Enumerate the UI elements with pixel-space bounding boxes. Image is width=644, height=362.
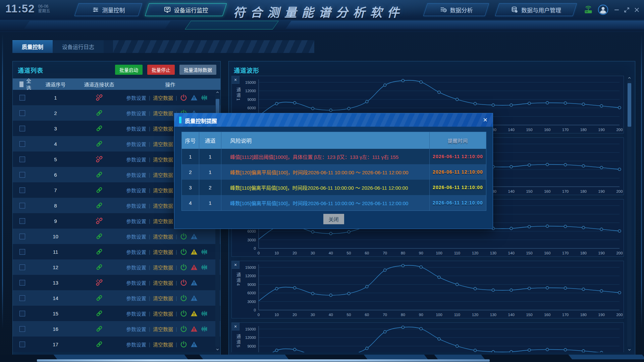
tab-质量控制[interactable]: 质量控制	[12, 40, 53, 53]
row-checkbox[interactable]	[19, 95, 25, 101]
clear-data-link[interactable]: 清空数据	[153, 295, 173, 302]
row-checkbox[interactable]	[19, 172, 25, 178]
param-settings-link[interactable]: 参数设置	[126, 140, 146, 147]
batch-button-批量清除数据[interactable]: 批量清除数据	[179, 65, 216, 75]
row-checkbox[interactable]	[19, 295, 25, 301]
row-checkbox[interactable]	[19, 311, 25, 316]
clear-data-link[interactable]: 清空数据	[153, 140, 173, 147]
clear-data-link[interactable]: 清空数据	[153, 156, 173, 163]
dialog-close-button[interactable]: 关闭	[323, 214, 344, 224]
clear-data-link[interactable]: 清空数据	[153, 310, 173, 317]
warning-icon[interactable]	[190, 310, 198, 317]
row-checkbox[interactable]	[19, 326, 25, 332]
power-icon[interactable]	[180, 310, 187, 317]
waveform-icon[interactable]	[201, 325, 208, 333]
waveform-icon[interactable]	[201, 310, 208, 317]
channel-number: 6	[33, 172, 78, 178]
minimize-button[interactable]	[613, 7, 620, 13]
nav-button-测量控制[interactable]: 测量控制	[74, 3, 142, 16]
clear-data-link[interactable]: 清空数据	[153, 218, 173, 225]
user-avatar[interactable]	[598, 4, 608, 15]
clear-data-link[interactable]: 清空数据	[153, 202, 173, 209]
nav-button-设备运行监控[interactable]: 设备运行监控	[145, 3, 227, 16]
row-checkbox[interactable]	[19, 126, 25, 131]
param-settings-link[interactable]: 参数设置	[126, 341, 146, 348]
param-settings-link[interactable]: 参数设置	[126, 264, 146, 271]
scroll-up-icon[interactable]	[215, 90, 220, 95]
row-checkbox[interactable]	[19, 249, 25, 255]
clear-data-link[interactable]: 清空数据	[153, 187, 173, 194]
power-icon[interactable]	[180, 94, 187, 102]
nav-button-数据分析[interactable]: 数据分析	[423, 3, 489, 16]
param-settings-link[interactable]: 参数设置	[126, 187, 146, 194]
param-settings-link[interactable]: 参数设置	[126, 202, 146, 209]
dialog-close-icon[interactable]: ×	[483, 116, 487, 124]
param-settings-link[interactable]: 参数设置	[126, 248, 146, 255]
warning-icon[interactable]	[190, 294, 198, 302]
clear-data-link[interactable]: 清空数据	[153, 279, 173, 286]
param-settings-link[interactable]: 参数设置	[126, 171, 146, 178]
row-checkbox[interactable]	[19, 218, 25, 224]
waveform-icon[interactable]	[201, 94, 208, 102]
power-icon[interactable]	[180, 294, 187, 302]
clear-data-link[interactable]: 清空数据	[153, 110, 173, 117]
param-settings-link[interactable]: 参数设置	[126, 125, 146, 132]
warning-icon[interactable]	[190, 325, 198, 333]
power-icon[interactable]	[180, 279, 187, 287]
clear-data-link[interactable]: 清空数据	[153, 171, 173, 178]
row-checkbox[interactable]	[19, 342, 25, 347]
power-icon[interactable]	[180, 325, 187, 333]
param-settings-link[interactable]: 参数设置	[126, 325, 146, 333]
power-icon[interactable]	[180, 248, 187, 256]
power-icon[interactable]	[180, 233, 187, 240]
row-checkbox[interactable]	[19, 110, 25, 116]
nav-button-数据与用户管理[interactable]: 数据与用户管理	[495, 3, 577, 16]
row-checkbox[interactable]	[19, 203, 25, 208]
param-settings-link[interactable]: 参数设置	[126, 218, 146, 225]
warning-icon[interactable]	[190, 94, 198, 102]
maximize-button[interactable]	[624, 7, 630, 13]
row-checkbox[interactable]	[19, 280, 25, 286]
row-checkbox[interactable]	[19, 141, 25, 147]
row-checkbox[interactable]	[19, 187, 25, 193]
scroll-down-icon[interactable]	[215, 347, 220, 352]
tab-设备运行日志[interactable]: 设备运行日志	[53, 40, 104, 53]
param-settings-link[interactable]: 参数设置	[126, 295, 146, 302]
warning-icon[interactable]	[190, 341, 198, 348]
clear-data-link[interactable]: 清空数据	[153, 341, 173, 348]
clear-data-link[interactable]: 清空数据	[153, 248, 173, 255]
row-checkbox[interactable]	[19, 264, 25, 270]
param-settings-link[interactable]: 参数设置	[126, 94, 146, 101]
chart-close-button[interactable]: ×	[232, 323, 239, 330]
chart-close-button[interactable]: ×	[232, 261, 239, 269]
clear-data-link[interactable]: 清空数据	[153, 94, 173, 101]
waveform-scrollbar[interactable]	[627, 80, 632, 347]
param-settings-link[interactable]: 参数设置	[126, 110, 146, 117]
scroll-down-icon[interactable]	[627, 348, 632, 352]
param-settings-link[interactable]: 参数设置	[126, 279, 146, 286]
power-icon[interactable]	[180, 263, 187, 271]
chart-close-button[interactable]: ×	[232, 76, 239, 84]
warning-icon[interactable]	[190, 233, 198, 240]
waveform-icon[interactable]	[201, 263, 208, 271]
param-settings-link[interactable]: 参数设置	[126, 233, 146, 240]
param-settings-link[interactable]: 参数设置	[126, 156, 146, 163]
select-all-checkbox[interactable]	[19, 81, 23, 87]
clear-data-link[interactable]: 清空数据	[153, 325, 173, 333]
row-checkbox[interactable]	[19, 157, 25, 162]
param-settings-link[interactable]: 参数设置	[126, 310, 146, 317]
batch-button-批量停止[interactable]: 批量停止	[147, 65, 175, 75]
batch-button-批量启动[interactable]: 批量启动	[115, 65, 143, 75]
clear-data-link[interactable]: 清空数据	[153, 233, 173, 240]
scroll-up-icon[interactable]	[627, 76, 632, 80]
warning-icon[interactable]	[190, 263, 198, 271]
warning-icon[interactable]	[190, 248, 198, 256]
svg-text:6000: 6000	[247, 291, 256, 295]
power-icon[interactable]	[180, 341, 187, 348]
clear-data-link[interactable]: 清空数据	[153, 125, 173, 132]
row-checkbox[interactable]	[19, 234, 25, 239]
close-window-button[interactable]	[634, 7, 640, 13]
warning-icon[interactable]	[190, 279, 198, 287]
waveform-icon[interactable]	[201, 248, 208, 256]
clear-data-link[interactable]: 清空数据	[153, 264, 173, 271]
